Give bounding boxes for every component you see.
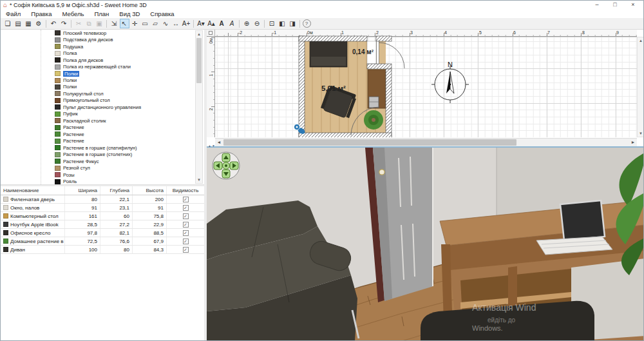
col-header-visibility[interactable]: Видимость (167, 186, 204, 195)
visibility-checkbox[interactable]: ✓ (183, 205, 189, 211)
plan-tv-stand[interactable] (310, 41, 347, 67)
catalog-item[interactable]: Пуфик (1, 111, 204, 117)
catalog-item[interactable]: Полки (1, 84, 204, 90)
menu-edit[interactable]: Правка (26, 10, 57, 18)
catalog-item[interactable]: Растение Фикус (1, 158, 204, 164)
plan-compass[interactable]: N (431, 61, 469, 103)
catalog-scrollbar[interactable]: ▲ ▼ (195, 30, 203, 184)
menu-file[interactable]: Файл (1, 10, 26, 18)
catalog-item[interactable]: Подставка для дисков (1, 36, 204, 43)
door-icon (3, 197, 8, 202)
menu-view3d[interactable]: Вид 3D (114, 10, 145, 18)
scroll-down-icon[interactable]: ▼ (638, 130, 644, 137)
catalog-item[interactable]: Плоский телевизор (1, 30, 204, 36)
create-polylines-tool[interactable]: ∿ (161, 19, 171, 28)
undo-button[interactable]: ↶ (49, 19, 59, 28)
catalog-item[interactable]: Полка для дисков (1, 57, 204, 63)
cut-button[interactable]: ✂ (74, 19, 84, 28)
plan-hscroll-thumb[interactable] (223, 139, 516, 146)
increase-text-size-button[interactable]: A▴ (207, 19, 216, 28)
catalog-item[interactable]: Растение в горшке (столетних) (1, 151, 204, 157)
create-video-button[interactable]: ◨ (288, 19, 298, 28)
plan-3d-splitter-arrows[interactable]: ▲▼ (208, 144, 216, 148)
create-rooms-tool[interactable]: ▱ (151, 19, 160, 28)
table-row[interactable]: Диван 100 80 84,3 ✓ (1, 246, 204, 254)
catalog-item[interactable]: Раскладной столик (1, 117, 204, 124)
italic-button[interactable]: A (227, 19, 237, 28)
catalog-item[interactable]: Растение (1, 138, 204, 144)
catalog-item[interactable]: Подушка (1, 43, 204, 50)
virtual-visit-button[interactable]: ⊡ (267, 19, 277, 28)
visibility-checkbox[interactable]: ✓ (183, 230, 189, 236)
catalog-item[interactable]: Полукруглый стол (1, 90, 204, 97)
scroll-left-icon[interactable]: ◄ (215, 139, 223, 146)
catalog-item[interactable]: Розы (1, 171, 204, 178)
scroll-up-icon[interactable]: ▲ (638, 37, 644, 44)
scroll-right-icon[interactable]: ► (629, 139, 637, 146)
bold-button[interactable]: A (217, 19, 227, 28)
zoom-in-button[interactable]: ⊕ (242, 19, 252, 28)
zoom-out-button[interactable]: ⊖ (252, 19, 262, 28)
add-text-tool[interactable]: A+ (182, 19, 191, 28)
scroll-down-icon[interactable]: ▼ (196, 177, 202, 183)
pan-tool[interactable]: ✛ (130, 19, 140, 28)
col-header-width[interactable]: Ширина (65, 186, 100, 195)
col-header-name[interactable]: Наименование (1, 186, 65, 195)
catalog-item[interactable]: Рояль (1, 178, 204, 184)
save-button[interactable]: ▦ (24, 19, 33, 28)
scroll-up-icon[interactable]: ▲ (196, 31, 202, 37)
table-row[interactable]: Компьютерный стол 161 60 75,8 ✓ (1, 212, 204, 220)
preferences-button[interactable]: ⚙ (34, 19, 44, 28)
minimize-button[interactable]: – (588, 1, 606, 10)
decrease-text-size-button[interactable]: A▾ (196, 19, 206, 28)
catalog-item[interactable]: Полка из нержавеющей стали (1, 63, 204, 70)
catalog-item[interactable]: Пульт дистанционного управления (1, 104, 204, 110)
create-walls-tool[interactable]: ▭ (140, 19, 150, 28)
create-dimensions-tool[interactable]: ↔ (171, 19, 181, 28)
plan-horizontal-scrollbar[interactable]: ◄ ► (215, 138, 637, 146)
catalog-item[interactable]: Полки (1, 77, 204, 83)
catalog-scrollbar-thumb[interactable] (196, 38, 202, 83)
table-row[interactable]: Домашнее растение в г... 72,5 76,6 67,9 … (1, 237, 204, 246)
plan-laptop[interactable] (369, 97, 379, 108)
new-plan-button[interactable]: ❏ (3, 19, 13, 28)
catalog-item[interactable]: Растение (1, 131, 204, 137)
visibility-checkbox[interactable]: ✓ (183, 213, 189, 219)
catalog-item[interactable]: Растение (1, 124, 204, 131)
paste-button[interactable]: ▣ (95, 19, 104, 28)
plan-plant[interactable] (364, 110, 383, 130)
menu-furniture[interactable]: Мебель (57, 10, 89, 18)
visibility-checkbox[interactable]: ✓ (183, 222, 189, 228)
col-header-depth[interactable]: Глубина (100, 186, 133, 195)
catalog-item[interactable]: Резной стул (1, 164, 204, 171)
visibility-checkbox[interactable]: ✓ (183, 247, 189, 253)
open-button[interactable]: ▤ (14, 19, 23, 28)
tv-icon (55, 30, 61, 35)
table-row[interactable]: Офисное кресло 97,8 82,1 88,5 ✓ (1, 229, 204, 237)
col-header-height[interactable]: Высота (133, 186, 167, 195)
table-row[interactable]: Филенчатая дверь 80 22,1 200 ✓ (1, 195, 204, 204)
redo-button[interactable]: ↷ (59, 19, 69, 28)
catalog-item[interactable]: Полка (1, 50, 204, 56)
catalog-item[interactable]: Растение в горшке (спатифилун) (1, 144, 204, 151)
catalog-item-selected[interactable]: Полки (1, 70, 204, 77)
menu-help[interactable]: Справка (145, 10, 179, 18)
close-button[interactable]: × (624, 1, 642, 10)
plan-view[interactable]: -2 -1 0м 1 2 3 4 5 6 7 8 9 0м 1 2 (207, 30, 644, 146)
plan-vertical-scrollbar[interactable]: ▲ ▼ (637, 37, 644, 137)
help-button[interactable]: ? (303, 19, 311, 28)
copy-button[interactable]: ⧉ (84, 19, 94, 28)
add-furniture-button[interactable]: ⇲ (109, 19, 119, 28)
furniture-list-table: Наименование Ширина Глубина Высота Видим… (1, 186, 204, 254)
visibility-checkbox[interactable]: ✓ (183, 197, 189, 202)
visibility-checkbox[interactable]: ✓ (183, 239, 189, 244)
navigation-widget-3d[interactable] (213, 152, 240, 179)
table-row[interactable]: Окно, налов 91 23,1 91 ✓ (1, 204, 204, 212)
select-tool[interactable]: ↖ (120, 19, 129, 28)
catalog-item[interactable]: Прямоугольный стол (1, 97, 204, 104)
table-row[interactable]: Ноутбук Apple iBook 28,5 27,2 22,9 ✓ (1, 220, 204, 229)
create-photo-button[interactable]: ◧ (278, 19, 287, 28)
maximize-button[interactable]: □ (606, 1, 624, 10)
view-3d[interactable]: Активація Wind ейдіть до Windows. (207, 146, 644, 341)
menu-plan[interactable]: План (89, 10, 114, 18)
